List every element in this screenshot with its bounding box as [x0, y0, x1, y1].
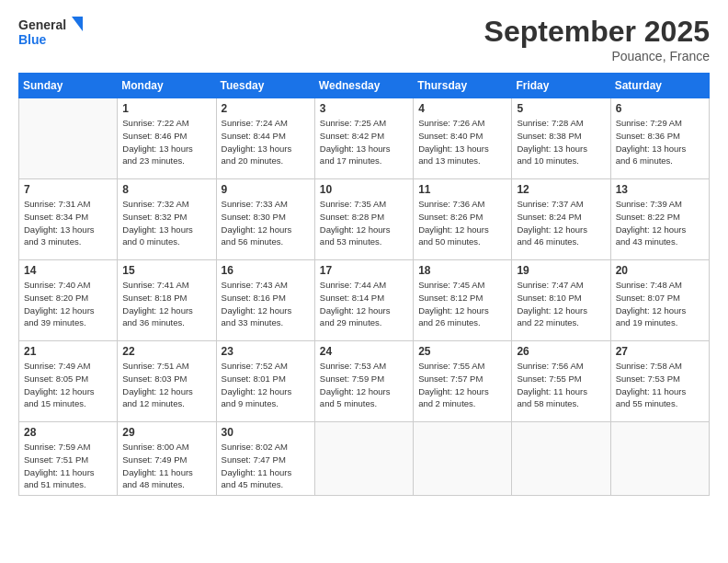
svg-text:General: General: [18, 17, 66, 32]
table-row: 11Sunrise: 7:36 AM Sunset: 8:26 PM Dayli…: [414, 179, 512, 260]
table-row: [414, 422, 512, 496]
table-row: 8Sunrise: 7:32 AM Sunset: 8:32 PM Daylig…: [118, 179, 216, 260]
header: General Blue September 2025 Pouance, Fra…: [18, 15, 710, 63]
title-block: September 2025 Pouance, France: [484, 15, 710, 63]
calendar-table: Sunday Monday Tuesday Wednesday Thursday…: [18, 73, 710, 496]
month-title: September 2025: [484, 15, 710, 49]
table-row: 25Sunrise: 7:55 AM Sunset: 7:57 PM Dayli…: [414, 341, 512, 422]
col-wednesday: Wednesday: [314, 74, 413, 98]
table-row: [610, 422, 709, 496]
table-row: 18Sunrise: 7:45 AM Sunset: 8:12 PM Dayli…: [414, 260, 512, 341]
table-row: 28Sunrise: 7:59 AM Sunset: 7:51 PM Dayli…: [19, 422, 118, 496]
table-row: 15Sunrise: 7:41 AM Sunset: 8:18 PM Dayli…: [118, 260, 216, 341]
table-row: 13Sunrise: 7:39 AM Sunset: 8:22 PM Dayli…: [610, 179, 709, 260]
table-row: 6Sunrise: 7:29 AM Sunset: 8:36 PM Daylig…: [610, 98, 709, 179]
page: General Blue September 2025 Pouance, Fra…: [0, 0, 728, 563]
table-row: 16Sunrise: 7:43 AM Sunset: 8:16 PM Dayli…: [216, 260, 314, 341]
table-row: 9Sunrise: 7:33 AM Sunset: 8:30 PM Daylig…: [216, 179, 314, 260]
table-row: 21Sunrise: 7:49 AM Sunset: 8:05 PM Dayli…: [19, 341, 118, 422]
table-row: 30Sunrise: 8:02 AM Sunset: 7:47 PM Dayli…: [216, 422, 314, 496]
table-row: 29Sunrise: 8:00 AM Sunset: 7:49 PM Dayli…: [118, 422, 216, 496]
logo: General Blue: [18, 15, 83, 48]
table-row: 5Sunrise: 7:28 AM Sunset: 8:38 PM Daylig…: [512, 98, 610, 179]
location-subtitle: Pouance, France: [484, 49, 710, 63]
svg-text:Blue: Blue: [18, 32, 47, 47]
col-monday: Monday: [118, 74, 216, 98]
table-row: 27Sunrise: 7:58 AM Sunset: 7:53 PM Dayli…: [610, 341, 709, 422]
table-row: 2Sunrise: 7:24 AM Sunset: 8:44 PM Daylig…: [216, 98, 314, 179]
table-row: 17Sunrise: 7:44 AM Sunset: 8:14 PM Dayli…: [314, 260, 413, 341]
col-thursday: Thursday: [414, 74, 512, 98]
table-row: 19Sunrise: 7:47 AM Sunset: 8:10 PM Dayli…: [512, 260, 610, 341]
col-friday: Friday: [512, 74, 610, 98]
table-row: 4Sunrise: 7:26 AM Sunset: 8:40 PM Daylig…: [414, 98, 512, 179]
table-row: 26Sunrise: 7:56 AM Sunset: 7:55 PM Dayli…: [512, 341, 610, 422]
svg-marker-2: [72, 17, 83, 31]
table-row: 3Sunrise: 7:25 AM Sunset: 8:42 PM Daylig…: [314, 98, 413, 179]
table-row: 7Sunrise: 7:31 AM Sunset: 8:34 PM Daylig…: [19, 179, 118, 260]
col-tuesday: Tuesday: [216, 74, 314, 98]
table-row: 22Sunrise: 7:51 AM Sunset: 8:03 PM Dayli…: [118, 341, 216, 422]
table-row: 10Sunrise: 7:35 AM Sunset: 8:28 PM Dayli…: [314, 179, 413, 260]
table-row: 20Sunrise: 7:48 AM Sunset: 8:07 PM Dayli…: [610, 260, 709, 341]
table-row: 1Sunrise: 7:22 AM Sunset: 8:46 PM Daylig…: [118, 98, 216, 179]
table-row: [314, 422, 413, 496]
col-saturday: Saturday: [610, 74, 709, 98]
table-row: 24Sunrise: 7:53 AM Sunset: 7:59 PM Dayli…: [314, 341, 413, 422]
table-row: 14Sunrise: 7:40 AM Sunset: 8:20 PM Dayli…: [19, 260, 118, 341]
logo-svg: General Blue: [18, 15, 83, 48]
table-row: 23Sunrise: 7:52 AM Sunset: 8:01 PM Dayli…: [216, 341, 314, 422]
col-sunday: Sunday: [19, 74, 118, 98]
calendar-header-row: Sunday Monday Tuesday Wednesday Thursday…: [19, 74, 710, 98]
table-row: 12Sunrise: 7:37 AM Sunset: 8:24 PM Dayli…: [512, 179, 610, 260]
table-row: [512, 422, 610, 496]
table-row: [19, 98, 118, 179]
